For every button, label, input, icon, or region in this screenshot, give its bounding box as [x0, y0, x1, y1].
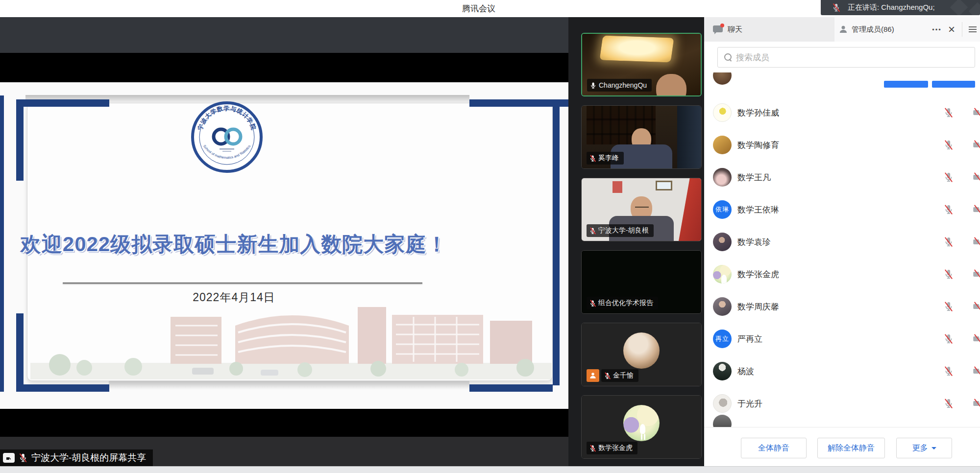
decor-diamond	[950, 0, 968, 15]
screen-share-icon	[3, 453, 15, 463]
member-row[interactable]: 杨波	[704, 355, 980, 387]
video-thumbnail[interactable]: ChangzhengQu	[581, 33, 702, 96]
hamburger-menu-icon[interactable]	[965, 22, 980, 37]
school-logo: 宁波大学数学与统计学院 School of mathematics and St…	[190, 100, 264, 174]
member-list[interactable]: 数学孙佳威 数学陶修育 数学王凡 依琳 数学王依琳	[704, 72, 980, 427]
share-area-letterbox-top	[0, 17, 568, 53]
search-placeholder: 搜索成员	[736, 52, 769, 63]
camera-muted-icon[interactable]	[972, 269, 980, 280]
participant-name-label: 奚李峰	[587, 152, 624, 165]
slide-divider-line	[63, 283, 422, 284]
avatar: 依琳	[713, 200, 732, 219]
member-panel: 聊天 管理成员(86) 搜索成员	[704, 17, 980, 466]
taskbar-edge	[0, 466, 980, 473]
mute-all-button[interactable]: 全体静音	[741, 438, 807, 458]
avatar	[623, 405, 660, 441]
panel-tabbar: 聊天 管理成员(86)	[704, 17, 980, 42]
mic-muted-icon[interactable]	[943, 301, 954, 312]
avatar: 再立	[713, 330, 732, 348]
shared-screen-black-band-top	[0, 53, 568, 82]
member-name: 严再立	[737, 323, 762, 355]
person-icon	[838, 24, 848, 34]
mic-muted-icon[interactable]	[943, 140, 954, 150]
video-thumbnail[interactable]: 数学张金虎	[581, 395, 702, 459]
member-row[interactable]: 数学周庆馨	[704, 290, 980, 323]
mic-muted-icon[interactable]	[943, 236, 954, 247]
video-thumbnail[interactable]: 组合优化学术报告	[581, 250, 702, 314]
video-feed-off	[582, 323, 701, 386]
mic-muted-icon	[589, 227, 596, 235]
mic-muted-icon[interactable]	[943, 204, 954, 215]
more-options-icon[interactable]	[930, 22, 944, 37]
screen-share-label: 宁波大学-胡良根的屏幕共享	[31, 451, 146, 464]
member-name: 杨波	[737, 355, 754, 387]
more-button[interactable]: 更多	[896, 438, 952, 458]
avatar	[713, 297, 732, 316]
video-thumbnail[interactable]: 宁波大学-胡良根	[581, 178, 702, 241]
avatar	[713, 415, 732, 427]
member-name: 数学周庆馨	[737, 290, 779, 323]
action-button-partial[interactable]	[884, 81, 928, 88]
camera-muted-icon[interactable]	[972, 204, 980, 215]
video-thumbnail[interactable]: 奚李峰	[581, 105, 702, 169]
member-name: 数学袁珍	[737, 226, 771, 258]
camera-muted-icon[interactable]	[972, 333, 980, 344]
camera-muted-icon[interactable]	[972, 301, 980, 312]
mic-muted-icon	[589, 155, 596, 162]
tencent-meeting-window: 腾讯会议 正在讲话: ChangzhengQu;	[0, 0, 980, 473]
mic-muted-icon	[832, 3, 841, 12]
member-row-partial[interactable]	[704, 72, 980, 92]
camera-muted-icon[interactable]	[972, 140, 980, 150]
app-title: 腾讯会议	[0, 0, 957, 17]
tab-chat[interactable]: 聊天	[704, 17, 834, 42]
member-role-badge-icon	[587, 369, 599, 382]
mic-muted-icon	[604, 372, 611, 379]
divider	[962, 22, 962, 37]
avatar	[713, 136, 732, 154]
member-name: 数学陶修育	[737, 129, 779, 161]
chat-icon	[713, 24, 724, 35]
participant-name-label: 组合优化学术报告	[587, 297, 658, 309]
camera-muted-icon[interactable]	[972, 172, 980, 183]
avatar	[713, 265, 732, 284]
member-row[interactable]: 数学袁珍	[704, 226, 980, 258]
close-icon[interactable]	[944, 22, 959, 37]
avatar	[713, 233, 732, 251]
unmute-all-button[interactable]: 解除全体静音	[817, 438, 885, 458]
slide-bracket-right-v	[553, 99, 560, 385]
mic-muted-icon[interactable]	[943, 333, 954, 344]
notification-dot	[720, 24, 724, 27]
avatar	[713, 72, 732, 85]
member-row-partial[interactable]	[704, 408, 980, 427]
campus-photo	[30, 300, 552, 379]
camera-muted-icon[interactable]	[972, 398, 980, 409]
slide-title: 欢迎2022级拟录取硕士新生加入数院大家庭！	[5, 231, 463, 258]
member-row[interactable]: 数学张金虎	[704, 258, 980, 290]
camera-muted-icon[interactable]	[972, 366, 980, 377]
mic-muted-icon[interactable]	[943, 366, 954, 377]
action-button-partial[interactable]	[932, 81, 975, 88]
member-row[interactable]: 数学陶修育	[704, 129, 980, 161]
member-name: 数学张金虎	[737, 258, 779, 290]
mic-muted-icon	[589, 300, 596, 307]
mic-muted-icon[interactable]	[943, 107, 954, 118]
member-row[interactable]: 依琳 数学王依琳	[704, 193, 980, 226]
speaking-indicator: 正在讲话: ChangzhengQu;	[821, 0, 980, 15]
mic-muted-icon[interactable]	[943, 398, 954, 409]
member-name: 数学孙佳威	[737, 96, 779, 129]
mic-muted-icon[interactable]	[943, 172, 954, 183]
member-name: 数学王凡	[737, 161, 771, 193]
panel-footer: 全体静音 解除全体静音 更多	[704, 427, 980, 466]
member-row[interactable]: 数学孙佳威	[704, 96, 980, 129]
search-members-input[interactable]: 搜索成员	[717, 47, 975, 68]
avatar	[713, 168, 732, 187]
member-name: 数学王依琳	[737, 193, 779, 226]
camera-muted-icon[interactable]	[972, 107, 980, 118]
mic-muted-icon[interactable]	[943, 269, 954, 280]
shared-slide-area: 宁波大学数学与统计学院 School of mathematics and St…	[0, 82, 568, 409]
video-thumbnail[interactable]: 金千愉	[581, 323, 702, 386]
member-row[interactable]: 再立 严再立	[704, 323, 980, 355]
camera-muted-icon[interactable]	[972, 236, 980, 247]
member-row[interactable]: 数学王凡	[704, 161, 980, 193]
participant-name-label: 数学张金虎	[587, 442, 637, 454]
